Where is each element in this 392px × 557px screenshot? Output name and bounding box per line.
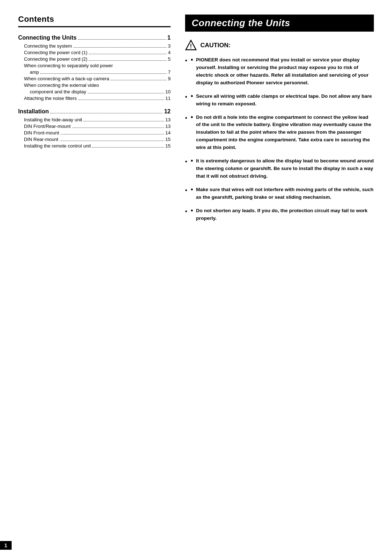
toc-item-label: When connecting the external video — [24, 82, 99, 88]
contents-header: Contents — [18, 15, 171, 27]
toc-dots — [89, 60, 167, 61]
caution-bullet-6: • Do not shorten any leads. If you do, t… — [185, 207, 374, 222]
toc-section-installation: Installation 12 Installing the hide-away… — [18, 108, 171, 149]
toc-item-label: Connecting the power cord (1) — [24, 50, 87, 55]
toc-dots — [78, 39, 166, 40]
toc-item-label: When connecting with a back-up camera — [24, 76, 109, 81]
toc-page-num: 13 — [166, 124, 171, 129]
toc-item-label: Attaching the noise filters — [24, 96, 77, 101]
caution-bullet-3: • Do not drill a hole into the engine co… — [185, 114, 374, 152]
toc-page-num: 13 — [166, 117, 171, 122]
caution-section: ! CAUTION: • PIONEER does not recommend … — [185, 40, 374, 222]
toc-item-label: Installing the remote control unit — [24, 143, 91, 149]
toc-item: Connecting the power cord (1) 4 — [18, 50, 171, 55]
bullet-text: Secure all wiring with cable clamps or e… — [196, 93, 374, 108]
toc-dots — [92, 147, 164, 148]
toc-dots — [50, 113, 163, 113]
bullet-marker: • — [191, 56, 193, 63]
toc-dots — [40, 73, 166, 74]
toc-item-label: Connecting the system — [24, 43, 72, 49]
toc-item: DIN Front-mount 14 — [18, 130, 171, 136]
toc-section-connecting: Connecting the Units 1 Connecting the sy… — [18, 35, 171, 101]
toc-item: Installing the remote control unit 15 — [18, 143, 171, 149]
bullet-marker: • — [191, 157, 193, 164]
caution-title-text: CAUTION: — [200, 42, 230, 49]
toc-item: Attaching the noise filters 11 — [18, 96, 171, 101]
right-header: Connecting the Units — [185, 15, 374, 32]
toc-page-num: 3 — [168, 43, 171, 49]
section-title-label: Connecting the Units — [18, 35, 77, 41]
caution-bullet-1: • PIONEER does not recommend that you in… — [185, 56, 374, 87]
bullet-marker: • — [191, 186, 193, 193]
toc-item: DIN Rear-mount 15 — [18, 137, 171, 142]
caution-title: ! CAUTION: — [185, 40, 374, 51]
bullet-text: Do not drill a hole into the engine comp… — [196, 114, 374, 152]
toc-item: DIN Front/Rear-mount 13 — [18, 124, 171, 129]
toc-item: Installing the hide-away unit 13 — [18, 117, 171, 122]
toc-page-num: 11 — [166, 96, 171, 101]
toc-page-num: 14 — [166, 130, 171, 136]
page-container: Contents Connecting the Units 1 Connecti… — [0, 0, 392, 557]
toc-item-label: DIN Front-mount — [24, 130, 59, 136]
toc-item: When connecting the external video — [18, 82, 171, 88]
toc-item: component and the display 10 — [18, 89, 171, 94]
bullet-text: It is extremely dangerous to allow the d… — [196, 157, 374, 180]
toc-item-label: When connecting to separately sold power — [24, 63, 113, 68]
toc-section-title-connecting: Connecting the Units 1 — [18, 35, 171, 41]
bullet-text: Make sure that wires will not interfere … — [196, 186, 374, 201]
svg-text:!: ! — [190, 43, 192, 49]
toc-dots — [111, 80, 167, 80]
bullet-marker: • — [191, 93, 193, 99]
toc-dots — [72, 128, 164, 128]
toc-dots — [61, 134, 164, 134]
toc-dots — [87, 93, 164, 93]
caution-bullets-list: • PIONEER does not recommend that you in… — [185, 56, 374, 222]
right-column: Connecting the Units ! CAUTION: • PIONEE… — [185, 15, 374, 542]
toc-item: Connecting the power cord (2) 5 — [18, 56, 171, 62]
toc-page-num: 15 — [166, 137, 171, 142]
toc-item: amp 7 — [18, 69, 171, 75]
toc-item-label: Connecting the power cord (2) — [24, 56, 87, 62]
toc-item-label: Installing the hide-away unit — [24, 117, 82, 122]
toc-page-num: 9 — [168, 76, 171, 81]
toc-dots — [60, 141, 164, 141]
main-content: Contents Connecting the Units 1 Connecti… — [0, 0, 392, 557]
toc-dots — [83, 121, 164, 121]
bullet-text: PIONEER does not recommend that you inst… — [196, 56, 374, 87]
section-page-num: 12 — [164, 108, 171, 115]
caution-bullet-4: • It is extremely dangerous to allow the… — [185, 157, 374, 180]
left-column: Contents Connecting the Units 1 Connecti… — [18, 15, 171, 542]
section-title-label: Installation — [18, 108, 49, 115]
toc-page-num: 7 — [168, 69, 171, 75]
toc-page-num: 10 — [166, 89, 171, 94]
toc-item: Connecting the system 3 — [18, 43, 171, 49]
caution-icon: ! — [185, 40, 197, 51]
toc-page-num: 15 — [166, 143, 171, 149]
toc-page-num: 5 — [168, 56, 171, 62]
toc-dots — [89, 54, 167, 54]
toc-item: When connecting to separately sold power — [18, 63, 171, 68]
toc-item-label: amp — [30, 69, 39, 75]
caution-bullet-2: • Secure all wiring with cable clamps or… — [185, 93, 374, 108]
bullet-marker: • — [191, 114, 193, 120]
toc-item-label: DIN Front/Rear-mount — [24, 124, 71, 129]
toc-item-label: DIN Rear-mount — [24, 137, 58, 142]
toc-item-label: component and the display — [30, 89, 86, 94]
section-page-num: 1 — [167, 35, 171, 41]
toc-dots — [73, 47, 167, 48]
toc-page-num: 4 — [168, 50, 171, 55]
bullet-text: Do not shorten any leads. If you do, the… — [196, 207, 374, 222]
toc-section-title-installation: Installation 12 — [18, 108, 171, 115]
toc-dots — [78, 100, 164, 100]
caution-bullet-5: • Make sure that wires will not interfer… — [185, 186, 374, 201]
toc-item: When connecting with a back-up camera 9 — [18, 76, 171, 81]
bullet-marker: • — [191, 207, 193, 214]
page-number-badge: 1 — [0, 541, 12, 550]
